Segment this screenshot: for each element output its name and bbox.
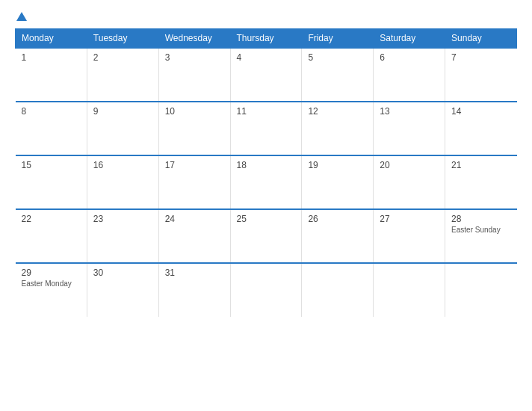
day-number: 18	[237, 160, 296, 170]
calendar-cell: 31	[158, 263, 230, 317]
day-event: Easter Sunday	[451, 226, 510, 234]
weekday-header: Saturday	[374, 29, 445, 49]
calendar-cell: 11	[230, 102, 302, 155]
day-number: 2	[93, 52, 152, 63]
day-number: 20	[380, 160, 439, 170]
calendar-table: MondayTuesdayWednesdayThursdayFridaySatu…	[15, 28, 517, 317]
weekday-header: Thursday	[230, 29, 302, 49]
day-number: 22	[22, 214, 81, 224]
calendar-cell: 23	[87, 209, 158, 263]
day-number: 21	[451, 160, 510, 170]
calendar-cell: 27	[374, 209, 445, 263]
calendar-cell: 3	[158, 48, 230, 102]
calendar-cell: 18	[230, 155, 302, 209]
day-number: 13	[380, 106, 439, 117]
day-number: 14	[451, 106, 510, 117]
day-number: 25	[237, 214, 296, 224]
calendar-week-row: 29Easter Monday3031	[16, 263, 517, 317]
day-number: 7	[451, 52, 510, 63]
calendar-cell: 2	[87, 48, 158, 102]
day-number: 17	[165, 160, 224, 170]
calendar-page: MondayTuesdayWednesdayThursdayFridaySatu…	[0, 0, 532, 411]
day-number: 12	[308, 106, 367, 117]
calendar-cell: 19	[302, 155, 374, 209]
day-number: 26	[308, 214, 367, 224]
calendar-week-row: 891011121314	[16, 102, 517, 155]
day-number: 28	[451, 214, 510, 224]
calendar-cell: 9	[87, 102, 158, 155]
calendar-cell: 4	[230, 48, 302, 102]
calendar-cell: 7	[445, 48, 517, 102]
day-number: 23	[93, 214, 152, 224]
logo	[15, 12, 27, 21]
day-number: 9	[93, 106, 152, 117]
weekday-header: Wednesday	[158, 29, 230, 49]
calendar-week-row: 1234567	[16, 48, 517, 102]
day-number: 11	[237, 106, 296, 117]
calendar-cell: 13	[374, 102, 445, 155]
weekday-header: Friday	[302, 29, 374, 49]
calendar-cell: 20	[374, 155, 445, 209]
day-number: 6	[380, 52, 439, 63]
calendar-cell: 15	[16, 155, 87, 209]
calendar-cell: 8	[16, 102, 87, 155]
day-number: 24	[165, 214, 224, 224]
header	[15, 12, 517, 21]
day-number: 30	[93, 268, 152, 278]
day-number: 4	[237, 52, 296, 63]
calendar-cell: 12	[302, 102, 374, 155]
calendar-cell: 14	[445, 102, 517, 155]
calendar-cell: 30	[87, 263, 158, 317]
day-number: 5	[308, 52, 367, 63]
calendar-cell: 6	[374, 48, 445, 102]
calendar-cell	[230, 263, 302, 317]
calendar-cell	[374, 263, 445, 317]
day-number: 19	[308, 160, 367, 170]
weekday-header: Tuesday	[87, 29, 158, 49]
day-event: Easter Monday	[22, 279, 81, 288]
day-number: 16	[93, 160, 152, 170]
weekday-header: Monday	[16, 29, 87, 49]
weekday-row: MondayTuesdayWednesdayThursdayFridaySatu…	[16, 29, 517, 49]
calendar-cell: 22	[16, 209, 87, 263]
calendar-cell: 1	[16, 48, 87, 102]
calendar-cell	[302, 263, 374, 317]
calendar-cell: 17	[158, 155, 230, 209]
calendar-cell: 16	[87, 155, 158, 209]
weekday-header: Sunday	[445, 29, 517, 49]
calendar-cell: 21	[445, 155, 517, 209]
calendar-cell: 5	[302, 48, 374, 102]
calendar-cell: 24	[158, 209, 230, 263]
calendar-week-row: 15161718192021	[16, 155, 517, 209]
calendar-body: 1234567891011121314151617181920212223242…	[16, 48, 517, 317]
day-number: 10	[165, 106, 224, 117]
day-number: 31	[165, 268, 224, 278]
day-number: 1	[22, 52, 81, 63]
calendar-cell: 25	[230, 209, 302, 263]
day-number: 15	[22, 160, 81, 170]
calendar-cell: 29Easter Monday	[16, 263, 87, 317]
calendar-cell: 10	[158, 102, 230, 155]
day-number: 8	[22, 106, 81, 117]
calendar-header: MondayTuesdayWednesdayThursdayFridaySatu…	[16, 29, 517, 49]
calendar-week-row: 22232425262728Easter Sunday	[16, 209, 517, 263]
calendar-cell: 28Easter Sunday	[445, 209, 517, 263]
calendar-cell	[445, 263, 517, 317]
calendar-cell: 26	[302, 209, 374, 263]
logo-triangle-icon	[16, 12, 27, 21]
day-number: 3	[165, 52, 224, 63]
day-number: 29	[22, 268, 81, 278]
day-number: 27	[380, 214, 439, 224]
